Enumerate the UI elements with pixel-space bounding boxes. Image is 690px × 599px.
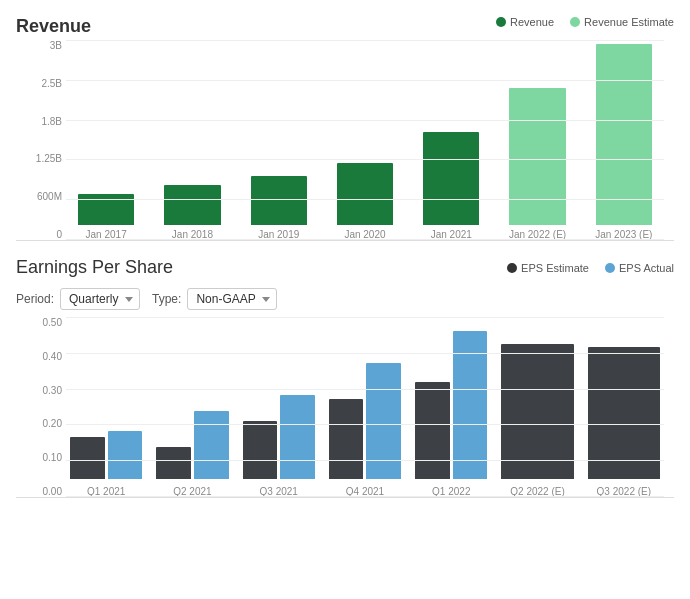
eps-actual-bar (108, 431, 143, 479)
revenue-y-label: 3B (20, 41, 62, 51)
eps-bar-label: Q1 2021 (87, 486, 125, 497)
eps-bar-label: Q2 2021 (173, 486, 211, 497)
eps-legend-item-2: EPS Actual (605, 262, 674, 274)
revenue-bar (423, 132, 479, 225)
eps-y-label: 0.10 (20, 453, 62, 463)
revenue-estimate-dot (570, 17, 580, 27)
revenue-bar-group: Jan 2020 (325, 41, 405, 240)
period-select[interactable]: Quarterly Annual (60, 288, 140, 310)
revenue-legend-item-2: Revenue Estimate (570, 16, 674, 28)
eps-chart: 0.000.100.200.300.400.50 Q1 2021Q2 2021Q… (16, 318, 674, 498)
revenue-section: Revenue Revenue Revenue Estimate 0600M1.… (16, 16, 674, 241)
eps-bar-label: Q4 2021 (346, 486, 384, 497)
eps-bar-label: Q1 2022 (432, 486, 470, 497)
period-control: Period: Quarterly Annual (16, 288, 140, 310)
revenue-y-axis: 0600M1.25B1.8B2.5B3B (16, 41, 66, 240)
revenue-legend: Revenue Revenue Estimate (496, 16, 674, 28)
eps-estimate-bar (70, 437, 105, 479)
revenue-bar (509, 88, 565, 225)
eps-bar-label: Q2 2022 (E) (510, 486, 564, 497)
revenue-dot (496, 17, 506, 27)
eps-estimate-bar (415, 382, 450, 479)
revenue-bar-label: Jan 2022 (E) (509, 229, 566, 240)
eps-estimate-bar (243, 421, 278, 479)
eps-section: Earnings Per Share EPS Estimate EPS Actu… (16, 257, 674, 498)
eps-actual-bar (194, 411, 229, 479)
revenue-y-label: 1.25B (20, 154, 62, 164)
eps-bar-label: Q3 2021 (260, 486, 298, 497)
eps-bars: Q1 2021Q2 2021Q3 2021Q4 2021Q1 2022Q2 20… (66, 318, 664, 497)
revenue-bar (251, 176, 307, 225)
revenue-legend-label-2: Revenue Estimate (584, 16, 674, 28)
revenue-bar-group: Jan 2019 (239, 41, 319, 240)
eps-bar-group: Q1 2022 (411, 318, 491, 497)
revenue-y-label: 600M (20, 192, 62, 202)
eps-bar-group: Q1 2021 (66, 318, 146, 497)
eps-header: Earnings Per Share EPS Estimate EPS Actu… (16, 257, 674, 278)
revenue-bar (164, 185, 220, 225)
revenue-chart: 0600M1.25B1.8B2.5B3B Jan 2017Jan 2018Jan… (16, 41, 674, 241)
eps-y-label: 0.40 (20, 352, 62, 362)
eps-estimate-bar (156, 447, 191, 479)
eps-legend-label-1: EPS Estimate (521, 262, 589, 274)
revenue-legend-item-1: Revenue (496, 16, 554, 28)
period-label: Period: (16, 292, 54, 306)
revenue-y-label: 0 (20, 230, 62, 240)
revenue-bar (337, 163, 393, 225)
eps-estimate-bar (588, 347, 660, 479)
eps-y-label: 0.00 (20, 487, 62, 497)
eps-legend-label-2: EPS Actual (619, 262, 674, 274)
eps-estimate-bar (329, 399, 364, 480)
eps-bar-group: Q2 2021 (152, 318, 232, 497)
type-select[interactable]: Non-GAAP GAAP (187, 288, 277, 310)
eps-bar-group: Q4 2021 (325, 318, 405, 497)
revenue-chart-container: 0600M1.25B1.8B2.5B3B Jan 2017Jan 2018Jan… (16, 41, 674, 241)
revenue-y-label: 1.8B (20, 117, 62, 127)
eps-estimate-bar (501, 344, 573, 479)
eps-legend-item-1: EPS Estimate (507, 262, 589, 274)
eps-bar-group: Q3 2022 (E) (584, 318, 664, 497)
revenue-legend-label-1: Revenue (510, 16, 554, 28)
eps-actual-bar (280, 395, 315, 479)
revenue-bar-group: Jan 2023 (E) (584, 41, 664, 240)
revenue-bar-group: Jan 2017 (66, 41, 146, 240)
eps-chart-container: 0.000.100.200.300.400.50 Q1 2021Q2 2021Q… (16, 318, 674, 498)
eps-actual-bar (453, 331, 488, 479)
eps-actual-bar (366, 363, 401, 479)
revenue-bar-group: Jan 2021 (411, 41, 491, 240)
type-label: Type: (152, 292, 181, 306)
revenue-bar-label: Jan 2020 (344, 229, 385, 240)
eps-y-label: 0.30 (20, 386, 62, 396)
revenue-bar-group: Jan 2022 (E) (497, 41, 577, 240)
revenue-bar (78, 194, 134, 225)
revenue-bar (596, 44, 652, 225)
type-control: Type: Non-GAAP GAAP (152, 288, 277, 310)
revenue-bar-label: Jan 2023 (E) (595, 229, 652, 240)
eps-bar-label: Q3 2022 (E) (597, 486, 651, 497)
revenue-bar-group: Jan 2018 (152, 41, 232, 240)
eps-estimate-dot (507, 263, 517, 273)
revenue-bar-label: Jan 2021 (431, 229, 472, 240)
revenue-y-label: 2.5B (20, 79, 62, 89)
eps-y-label: 0.50 (20, 318, 62, 328)
revenue-bars: Jan 2017Jan 2018Jan 2019Jan 2020Jan 2021… (66, 41, 664, 240)
eps-legend: EPS Estimate EPS Actual (507, 262, 674, 274)
eps-bar-group: Q2 2022 (E) (497, 318, 577, 497)
revenue-title: Revenue (16, 16, 91, 37)
revenue-bar-label: Jan 2018 (172, 229, 213, 240)
eps-y-label: 0.20 (20, 419, 62, 429)
eps-y-axis: 0.000.100.200.300.400.50 (16, 318, 66, 497)
revenue-bar-label: Jan 2019 (258, 229, 299, 240)
revenue-bar-label: Jan 2017 (86, 229, 127, 240)
eps-title: Earnings Per Share (16, 257, 173, 278)
eps-controls: Period: Quarterly Annual Type: Non-GAAP … (16, 288, 674, 310)
eps-actual-dot (605, 263, 615, 273)
eps-bar-group: Q3 2021 (239, 318, 319, 497)
